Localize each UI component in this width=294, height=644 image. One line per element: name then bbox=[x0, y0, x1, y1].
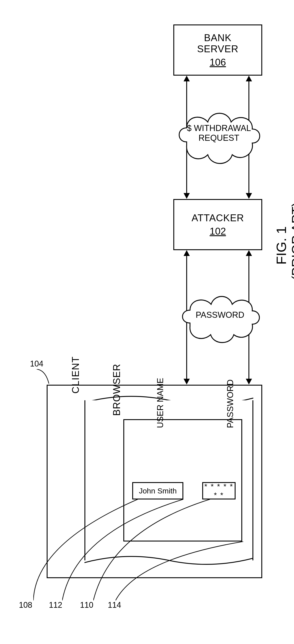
fig-num-text: FIG. 1 bbox=[274, 226, 289, 265]
attacker-ref: 102 bbox=[210, 226, 226, 237]
username-label: USER NAME bbox=[156, 378, 165, 428]
callout-108: 108 bbox=[19, 600, 32, 610]
arrowhead bbox=[246, 193, 252, 199]
attacker-box: ATTACKER 102 bbox=[173, 199, 262, 250]
username-value: John Smith bbox=[139, 486, 177, 495]
password-label: PASSWORD bbox=[226, 379, 235, 428]
username-field[interactable]: John Smith bbox=[132, 482, 183, 500]
attacker-label: ATTACKER bbox=[192, 212, 244, 224]
password-value: * * * * * * * bbox=[203, 482, 235, 500]
callout-114-line bbox=[116, 542, 249, 604]
cloud-withdrawal-text: $ WITHDRAWAL REQUEST bbox=[184, 124, 253, 143]
arrowhead bbox=[184, 193, 190, 199]
bank-server-box: BANK SERVER 106 bbox=[173, 24, 262, 76]
figure-number: FIG. 1 bbox=[273, 226, 289, 265]
password-field[interactable]: * * * * * * * bbox=[202, 482, 236, 500]
bank-server-label: BANK SERVER bbox=[197, 32, 239, 54]
arrowhead bbox=[184, 379, 190, 384]
callout-110: 110 bbox=[80, 600, 93, 610]
cloud-password-text: PASSWORD bbox=[189, 310, 251, 320]
browser-label: BROWSER bbox=[111, 364, 122, 416]
diagram-canvas: BANK SERVER 106 $ WITHDRAWAL REQUEST ATT… bbox=[0, 0, 294, 644]
arrowhead bbox=[246, 379, 252, 384]
callout-104: 104 bbox=[30, 359, 43, 368]
callout-104-line bbox=[37, 369, 54, 387]
fig-sub-text: (PRIOR ART) bbox=[289, 202, 294, 280]
bank-server-ref: 106 bbox=[210, 57, 226, 68]
figure-subtitle: (PRIOR ART) bbox=[289, 202, 294, 280]
callout-112: 112 bbox=[49, 600, 62, 610]
client-label: CLIENT bbox=[70, 356, 81, 394]
